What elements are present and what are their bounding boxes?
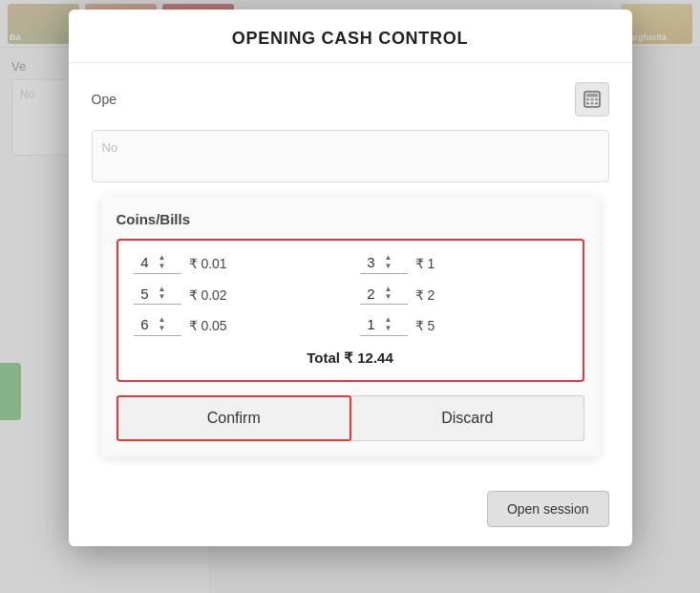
spinner-down-5[interactable]: ▼ [385,325,392,333]
modal-title: OPENING CASH CONTROL [69,10,632,63]
coin-denom-1: ₹ 1 [415,256,435,271]
spinner-0-01[interactable]: 4 ▲ ▼ [134,254,181,274]
spinner-down-2[interactable]: ▼ [385,293,392,302]
spinner-arrows-2[interactable]: ▲ ▼ [385,286,392,303]
modal-backdrop: OPENING CASH CONTROL Ope [0,0,700,593]
spinner-arrows-5[interactable]: ▲ ▼ [385,316,392,333]
calculator-icon [583,91,601,108]
spinner-1[interactable]: 3 ▲ ▼ [360,254,408,274]
svg-rect-7 [595,102,598,105]
coins-bills-modal: Coins/Bills 4 ▲ ▼ ₹ 0. [101,196,600,456]
spinner-value-2: 2 [360,286,383,302]
discard-button[interactable]: Discard [351,395,584,441]
coin-row-0-05: 6 ▲ ▼ ₹ 0.05 [134,316,341,336]
spinner-value-0-05: 6 [134,316,157,332]
total-label: Total ₹ 12.44 [307,349,393,366]
open-session-area: Open session [69,476,632,546]
opening-label: Ope [92,92,117,107]
svg-rect-3 [590,98,593,101]
coins-bills-box: 4 ▲ ▼ ₹ 0.01 3 [117,239,584,382]
calculator-button[interactable] [575,82,609,116]
coin-row-0-02: 5 ▲ ▼ ₹ 0.02 [134,286,341,306]
spinner-arrows-0-01[interactable]: ▲ ▼ [159,254,166,271]
svg-rect-4 [595,98,598,101]
svg-rect-6 [590,102,593,105]
open-session-button[interactable]: Open session [487,491,609,527]
notes-placeholder: No [102,140,118,155]
spinner-down-0-05[interactable]: ▼ [159,325,166,333]
coin-denom-5: ₹ 5 [415,318,435,333]
outer-modal: OPENING CASH CONTROL Ope [69,10,632,546]
svg-rect-2 [586,98,589,101]
spinner-value-1: 3 [360,254,383,270]
coin-denom-0-01: ₹ 0.01 [189,256,227,271]
confirm-button[interactable]: Confirm [117,395,352,441]
coin-row-5: 1 ▲ ▼ ₹ 5 [360,316,567,336]
coin-row-1: 3 ▲ ▼ ₹ 1 [360,254,567,274]
spinner-0-05[interactable]: 6 ▲ ▼ [134,316,181,336]
spinner-2[interactable]: 2 ▲ ▼ [360,286,408,306]
svg-rect-1 [586,94,598,97]
spinner-arrows-0-05[interactable]: ▲ ▼ [159,316,166,333]
spinner-5[interactable]: 1 ▲ ▼ [360,316,408,336]
total-row: Total ₹ 12.44 [134,349,567,367]
spinner-value-0-01: 4 [134,254,157,270]
coin-denom-0-05: ₹ 0.05 [189,318,227,333]
coins-bills-title: Coins/Bills [117,211,584,227]
coin-denom-0-02: ₹ 0.02 [189,287,227,303]
coin-denom-2: ₹ 2 [415,287,435,303]
spinner-arrows-0-02[interactable]: ▲ ▼ [159,286,166,303]
spinner-value-5: 1 [360,316,383,332]
modal-title-text: OPENING CASH CONTROL [232,29,468,48]
spinner-0-02[interactable]: 5 ▲ ▼ [134,286,181,306]
spinner-value-0-02: 5 [134,286,157,302]
svg-rect-5 [586,102,589,105]
spinner-arrows-1[interactable]: ▲ ▼ [385,254,392,271]
spinner-down-0-02[interactable]: ▼ [159,293,166,302]
modal-body: Ope No [69,63,632,476]
spinner-down-0-01[interactable]: ▼ [159,263,166,271]
spinner-down-1[interactable]: ▼ [385,263,392,271]
coin-row-0-01: 4 ▲ ▼ ₹ 0.01 [134,254,341,274]
coin-row-2: 2 ▲ ▼ ₹ 2 [360,286,567,306]
inner-modal-buttons: Confirm Discard [117,395,584,441]
coins-grid: 4 ▲ ▼ ₹ 0.01 3 [134,254,567,336]
